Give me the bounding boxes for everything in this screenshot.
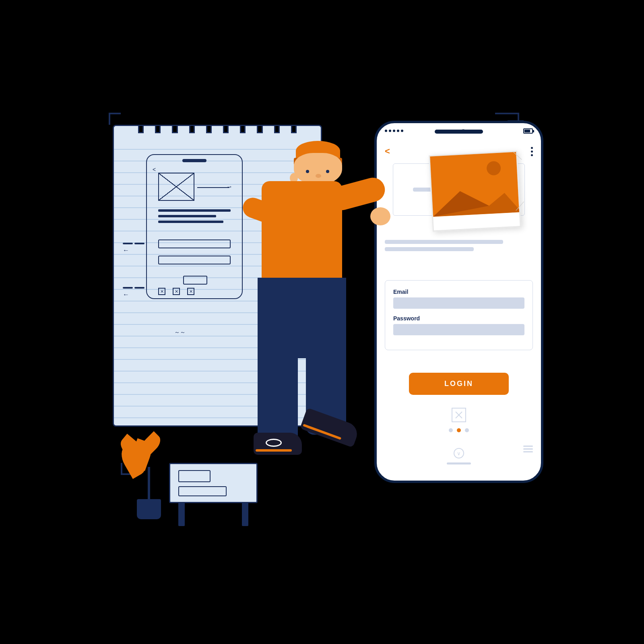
login-form: Email Password <box>385 280 533 350</box>
plant-stem <box>148 467 150 499</box>
character-leg-right <box>306 338 346 435</box>
menu-line-2 <box>523 448 533 450</box>
wf-image-placeholder <box>158 173 194 201</box>
photo-card <box>429 151 521 231</box>
menu-dot <box>531 151 533 153</box>
password-input[interactable] <box>393 324 524 335</box>
email-input[interactable] <box>393 297 524 309</box>
wf-text-line <box>158 221 223 223</box>
ring <box>206 125 212 133</box>
plant-decoration <box>125 439 173 519</box>
content-bar-1 <box>385 240 503 244</box>
ring <box>223 125 229 133</box>
shoe-lace-left <box>266 439 282 447</box>
ring <box>138 125 144 133</box>
chevron-down-icon[interactable]: ∨ <box>454 448 464 458</box>
phone-bottom <box>385 408 533 440</box>
desk-leg-right <box>242 502 248 526</box>
battery-fill <box>524 130 530 132</box>
wf-checkbox-1 <box>158 288 165 295</box>
wf-checkbox-3 <box>187 288 194 295</box>
wf-checkbox-2 <box>173 288 180 295</box>
shoe-stripe-left <box>256 449 292 452</box>
wf-input-2 <box>158 256 231 264</box>
character-nose <box>316 174 321 178</box>
menu-dot <box>531 154 533 156</box>
character-leg-left <box>258 338 298 443</box>
pagination-dots <box>385 428 533 432</box>
photo-mountain-svg <box>431 180 519 217</box>
phone-notch <box>435 130 483 134</box>
ring <box>155 125 161 133</box>
menu-dot <box>531 147 533 149</box>
hamburger-menu-icon[interactable] <box>523 446 533 452</box>
corner-bracket-tl <box>109 113 121 125</box>
back-button[interactable]: < <box>385 146 390 157</box>
photo-sun <box>486 161 501 176</box>
wf-back-arrow: < <box>153 166 156 173</box>
plant-pot <box>137 499 161 519</box>
page-dot-1 <box>449 428 453 432</box>
character-face <box>294 153 342 185</box>
shoe-right <box>300 408 360 448</box>
home-indicator <box>447 462 471 464</box>
shoe-stripe-right <box>303 424 341 440</box>
email-label: Email <box>393 289 524 295</box>
ring <box>189 125 195 133</box>
image-x-icon <box>454 411 463 419</box>
login-button[interactable]: LOGIN <box>409 373 509 395</box>
ring <box>291 125 297 133</box>
menu-dots[interactable] <box>531 147 533 156</box>
desk-item-2 <box>178 486 227 496</box>
desk-item-1 <box>178 470 211 482</box>
phone-content <box>385 240 533 254</box>
ring <box>274 125 280 133</box>
battery-icon <box>523 128 533 134</box>
password-label: Password <box>393 315 524 322</box>
wf-left-decorators: ← <box>123 243 144 254</box>
wf-squiggle: ～～ <box>174 329 186 336</box>
photo-image <box>430 152 519 217</box>
wf-text-line <box>158 215 216 217</box>
shoe-left <box>254 433 302 455</box>
ring <box>172 125 178 133</box>
ring <box>257 125 262 133</box>
signal-dot <box>393 130 395 132</box>
character-hand-right <box>370 207 390 225</box>
person-character <box>237 141 382 503</box>
signal-dot <box>401 130 403 132</box>
signal-dot <box>397 130 399 132</box>
page-dot-2-active <box>457 428 461 432</box>
menu-line-3 <box>523 451 533 452</box>
character-eye-right <box>326 170 329 173</box>
character-pants <box>258 278 346 431</box>
wf-left-decorators2: ← <box>123 287 144 298</box>
content-bar-2 <box>385 247 474 251</box>
notebook-rings <box>138 125 297 133</box>
page-dot-3 <box>465 428 469 432</box>
signal-dot <box>389 130 391 132</box>
wf-checkboxes <box>158 288 194 295</box>
wireframe-phone: < ～～ <box>146 154 243 299</box>
wf-arrow <box>197 187 229 188</box>
menu-line-1 <box>523 446 533 447</box>
wf-notch <box>182 159 206 162</box>
wf-input-1: ～～ <box>158 239 231 248</box>
wf-button <box>183 276 207 285</box>
character-eye-left <box>306 170 309 173</box>
signal-dots <box>385 130 403 132</box>
ring <box>240 125 246 133</box>
wf-text-line <box>158 209 231 212</box>
image-placeholder-icon <box>452 408 466 422</box>
desk-leg-left <box>178 502 185 526</box>
wf-text-lines <box>158 209 231 226</box>
signal-dot <box>385 130 387 132</box>
character-head <box>294 141 342 185</box>
scene: < ～～ ← <box>101 101 543 543</box>
